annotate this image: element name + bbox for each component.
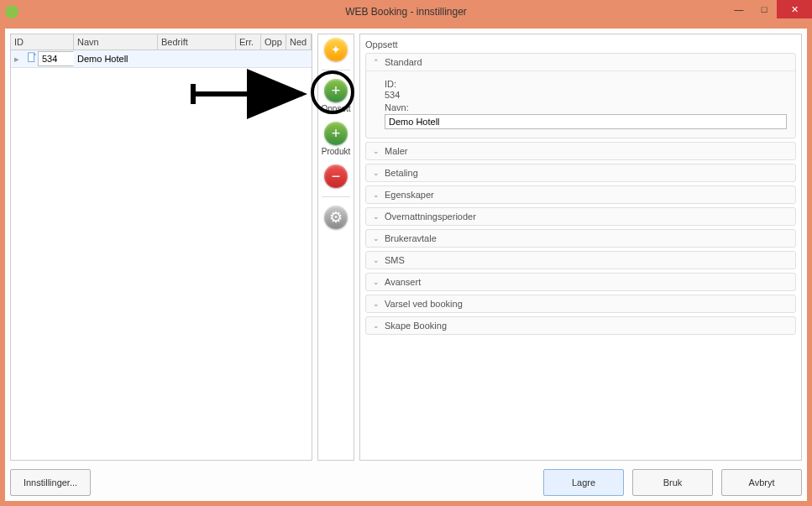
right-buttons: Lagre Bruk Avbryt: [543, 469, 802, 496]
row-id-value[interactable]: 534: [38, 51, 74, 66]
accordion-title: Övernattningsperioder: [385, 211, 476, 222]
accordion-header-avansert[interactable]: ⌄ Avansert: [366, 274, 795, 290]
avbryt-button[interactable]: Avbryt: [721, 469, 802, 496]
accordion-sms: ⌄ SMS: [365, 251, 796, 269]
accordion-varsel: ⌄ Varsel ved booking: [365, 295, 796, 313]
app-window: WEB Booking - innstillinger — □ ✕ ID Nav…: [0, 0, 812, 506]
add-oppsett-label: Oppsett: [321, 104, 350, 113]
right-panel: Oppsett ⌃ Standard ID: 534 Navn:: [359, 34, 802, 461]
lagre-button[interactable]: Lagre: [543, 469, 624, 496]
innstillinger-button[interactable]: Innstillinger...: [10, 469, 91, 496]
bottom-bar: Innstillinger... Lagre Bruk Avbryt: [10, 469, 802, 496]
accordion-title: Egenskaper: [385, 190, 434, 200]
accordion-header-standard[interactable]: ⌃ Standard: [366, 54, 795, 71]
gear-icon: ⚙: [324, 206, 348, 229]
wand-icon: ✦: [324, 38, 348, 61]
chevron-down-icon: ⌄: [373, 300, 380, 308]
wizard-button[interactable]: ✦: [321, 38, 351, 61]
accordion-header-brukeravtale[interactable]: ⌄ Brukeravtale: [366, 230, 795, 247]
toolbar-divider: [322, 196, 350, 197]
accordion-egenskaper: ⌄ Egenskaper: [365, 185, 796, 204]
accordion-header-maler[interactable]: ⌄ Maler: [366, 143, 795, 159]
id-value: 534: [385, 90, 787, 100]
col-header-bedrift[interactable]: Bedrift: [158, 34, 236, 50]
remove-button[interactable]: −: [321, 164, 351, 188]
bruk-button[interactable]: Bruk: [632, 469, 713, 496]
accordion-header-sms[interactable]: ⌄ SMS: [366, 252, 795, 269]
accordion-header-egenskaper[interactable]: ⌄ Egenskaper: [366, 186, 795, 203]
add-produkt-button[interactable]: + Produkt: [321, 122, 351, 156]
right-panel-title: Oppsett: [365, 39, 796, 50]
toolbar-divider: [322, 70, 350, 70]
accordion-header-betaling[interactable]: ⌄ Betaling: [366, 164, 795, 181]
table-row[interactable]: ▸ 534 Demo Hotell: [11, 50, 312, 68]
accordion-maler: ⌄ Maler: [365, 142, 796, 160]
col-header-navn[interactable]: Navn: [74, 34, 158, 50]
chevron-down-icon: ⌄: [373, 321, 380, 330]
accordion-skape: ⌄ Skape Booking: [365, 316, 796, 335]
col-header-opp[interactable]: Opp: [261, 34, 286, 50]
accordion-title: Avansert: [385, 277, 421, 287]
col-header-ned[interactable]: Ned: [286, 34, 312, 50]
content-area: ID Navn Bedrift Err. Opp Ned ▸ 534 Demo …: [5, 29, 807, 501]
window-controls: — □ ✕: [726, 0, 812, 18]
accordion-body-standard: ID: 534 Navn:: [366, 71, 795, 138]
accordion-title: Standard: [385, 57, 422, 67]
row-navn-value: Demo Hotell: [74, 52, 158, 65]
accordion-overnattningsperioder: ⌄ Övernattningsperioder: [365, 207, 796, 226]
id-label: ID:: [385, 79, 787, 89]
center-toolbar: ✦ + Oppsett + Produkt − ⚙: [317, 34, 354, 461]
svg-rect-0: [29, 53, 34, 62]
minus-icon: −: [324, 164, 348, 188]
accordion-title: Skape Booking: [385, 321, 447, 331]
col-header-err[interactable]: Err.: [236, 34, 261, 50]
accordion-header-overnattningsperioder[interactable]: ⌄ Övernattningsperioder: [366, 208, 795, 225]
window-title: WEB Booking - innstillinger: [345, 6, 467, 18]
accordion-brukeravtale: ⌄ Brukeravtale: [365, 229, 796, 248]
col-header-id[interactable]: ID: [11, 34, 74, 50]
navn-input[interactable]: [385, 114, 787, 129]
accordion-title: Betaling: [385, 168, 418, 178]
main-area: ID Navn Bedrift Err. Opp Ned ▸ 534 Demo …: [10, 34, 802, 461]
settings-tool-button[interactable]: ⚙: [321, 206, 351, 229]
grid-body: ▸ 534 Demo Hotell: [11, 50, 312, 460]
chevron-up-icon: ⌃: [373, 58, 380, 66]
row-expand-icon[interactable]: ▸: [11, 52, 23, 66]
accordion-title: Varsel ved booking: [385, 299, 463, 309]
chevron-down-icon: ⌄: [373, 256, 380, 264]
accordion-title: SMS: [385, 255, 405, 265]
chevron-down-icon: ⌄: [373, 190, 380, 199]
add-produkt-label: Produkt: [322, 147, 350, 156]
accordion-title: Brukeravtale: [385, 233, 437, 243]
row-doc-icon: [23, 50, 38, 67]
close-button[interactable]: ✕: [777, 0, 812, 18]
accordion-betaling: ⌄ Betaling: [365, 164, 796, 182]
minimize-button[interactable]: —: [726, 0, 752, 18]
accordion-avansert: ⌄ Avansert: [365, 273, 796, 291]
chevron-down-icon: ⌄: [373, 234, 380, 243]
accordion-standard: ⌃ Standard ID: 534 Navn:: [365, 53, 796, 138]
plus-icon: +: [324, 122, 348, 145]
titlebar: WEB Booking - innstillinger — □ ✕: [0, 0, 812, 23]
maximize-button[interactable]: □: [752, 0, 777, 18]
chevron-down-icon: ⌄: [373, 278, 380, 286]
left-grid-panel: ID Navn Bedrift Err. Opp Ned ▸ 534 Demo …: [10, 34, 312, 461]
add-oppsett-button[interactable]: + Oppsett: [321, 79, 351, 113]
chevron-down-icon: ⌄: [373, 169, 380, 177]
accordion-header-skape[interactable]: ⌄ Skape Booking: [366, 317, 795, 334]
plus-icon: +: [324, 79, 348, 102]
app-icon: [5, 5, 18, 18]
navn-label: Navn:: [385, 102, 787, 112]
chevron-down-icon: ⌄: [373, 147, 380, 155]
accordion-header-varsel[interactable]: ⌄ Varsel ved booking: [366, 295, 795, 312]
chevron-down-icon: ⌄: [373, 212, 380, 221]
grid-header: ID Navn Bedrift Err. Opp Ned: [11, 34, 312, 50]
accordion-title: Maler: [385, 146, 408, 156]
